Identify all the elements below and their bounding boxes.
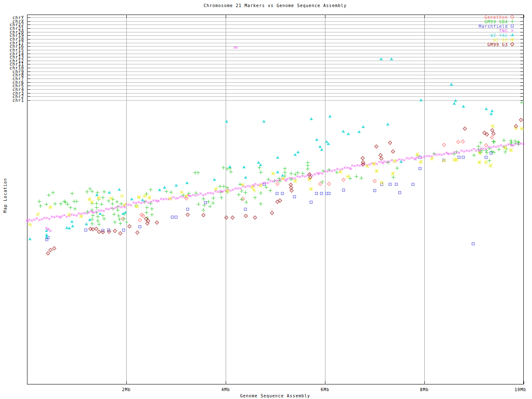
marker-gb4 bbox=[113, 220, 117, 224]
marker-wirh bbox=[49, 205, 52, 209]
y-tick-right bbox=[520, 50, 523, 50]
y-tick-right bbox=[520, 32, 523, 32]
marker-wiyac bbox=[318, 145, 322, 148]
marker-wiyac bbox=[315, 138, 318, 141]
marker-wirh bbox=[120, 194, 124, 198]
marker-wirh bbox=[137, 195, 141, 199]
y-tick-right bbox=[520, 93, 523, 94]
marker-gb4 bbox=[360, 176, 363, 180]
marker-wiyac bbox=[490, 109, 494, 112]
y-tick-left bbox=[27, 82, 30, 83]
marker-wirh bbox=[214, 187, 218, 191]
marker-gb4 bbox=[258, 166, 261, 170]
marker-gb4 bbox=[492, 140, 496, 144]
marker-wirh bbox=[293, 179, 297, 183]
marker-gb4 bbox=[102, 217, 106, 221]
marker-wiyac bbox=[88, 218, 91, 221]
marker-wirh bbox=[520, 127, 524, 131]
marker-gb4 bbox=[118, 217, 121, 221]
marker-marshfield bbox=[175, 216, 177, 219]
marker-wiyac bbox=[85, 222, 88, 225]
marker-wiyac bbox=[259, 163, 262, 166]
y-tick-left bbox=[27, 50, 30, 50]
marker-wirh bbox=[109, 197, 113, 200]
marker-gb4 bbox=[90, 222, 94, 226]
marker-wiyac bbox=[213, 178, 216, 181]
x-tick-bottom bbox=[325, 381, 325, 384]
marker-marshfield bbox=[138, 225, 141, 228]
marker-wirh bbox=[478, 160, 481, 164]
x-tick-label: 4Mb bbox=[221, 387, 230, 392]
marker-gb4 bbox=[165, 190, 168, 193]
marker-gb4 bbox=[395, 166, 399, 170]
marker-wiyac bbox=[163, 186, 166, 189]
marker-marshfield bbox=[281, 192, 284, 195]
marker-gb4 bbox=[145, 211, 148, 214]
legend-item-label-genethon: Genethon bbox=[453, 15, 508, 20]
marker-marshfield bbox=[490, 152, 493, 155]
marker-marshfield bbox=[485, 156, 488, 159]
chr-gridline bbox=[27, 46, 524, 47]
marker-wiyac bbox=[293, 153, 297, 156]
marker-wirh bbox=[79, 214, 83, 218]
y-tick-left bbox=[27, 100, 30, 101]
marker-wiyac bbox=[242, 165, 246, 168]
marker-wiyac bbox=[450, 83, 453, 86]
marker-gb4 bbox=[90, 190, 94, 193]
marker-marshfield bbox=[310, 201, 313, 204]
chr-gridline bbox=[27, 71, 524, 72]
chr-gridline bbox=[27, 79, 524, 79]
marker-gb4 bbox=[392, 175, 395, 179]
marker-wirh bbox=[185, 194, 188, 198]
y-tick-left bbox=[27, 86, 30, 86]
marker-marshfield bbox=[84, 229, 87, 232]
marker-marshfield bbox=[462, 156, 465, 159]
marker-wirh bbox=[455, 158, 458, 162]
marker-marshfield bbox=[122, 229, 125, 232]
marker-gb4 bbox=[259, 170, 263, 174]
marker-marshfield bbox=[342, 189, 345, 192]
x-tick-top bbox=[126, 15, 127, 18]
y-tick-right bbox=[520, 68, 523, 68]
marker-gb4 bbox=[101, 196, 105, 200]
marker-wirh bbox=[252, 188, 256, 192]
chr-gridline bbox=[27, 32, 524, 32]
marker-gb4 bbox=[118, 222, 122, 225]
marker-gb4 bbox=[97, 222, 101, 226]
marker-wiyac bbox=[386, 123, 389, 126]
legend-item-label-gb4: GM99 GB4 bbox=[453, 20, 508, 24]
marker-marshfield bbox=[398, 191, 401, 194]
marker-gb4 bbox=[145, 206, 149, 209]
marker-wirh bbox=[509, 148, 513, 152]
marker-wiyac bbox=[490, 112, 493, 115]
marker-gb4 bbox=[95, 202, 99, 205]
y-tick-right bbox=[520, 86, 523, 86]
marker-gb4 bbox=[207, 200, 210, 204]
marker-wiyac bbox=[71, 224, 74, 227]
marker-wiyac bbox=[45, 235, 48, 238]
marker-gb4 bbox=[283, 167, 287, 170]
y-tick-right bbox=[520, 25, 523, 25]
marker-gb4 bbox=[492, 150, 496, 154]
y-tick-left bbox=[27, 46, 30, 47]
x-gridline bbox=[325, 15, 325, 384]
marker-wirh bbox=[393, 159, 397, 163]
marker-marshfield bbox=[186, 208, 189, 211]
marker-gb4 bbox=[485, 151, 489, 155]
marker-wirh bbox=[259, 184, 263, 187]
chr-gridline bbox=[27, 61, 524, 61]
chr-axis-label: chr1 bbox=[1, 98, 24, 103]
chr-gridline bbox=[27, 35, 524, 36]
marker-wiyac bbox=[485, 107, 488, 110]
marker-marshfield bbox=[320, 192, 323, 195]
marker-gb4 bbox=[479, 141, 483, 145]
x-gridline bbox=[424, 15, 425, 384]
marker-wiyac bbox=[379, 57, 383, 60]
y-tick-left bbox=[27, 32, 30, 32]
marker-wiyac bbox=[454, 99, 457, 102]
marker-wiyac bbox=[462, 105, 465, 108]
marker-wiyac bbox=[225, 120, 228, 123]
x-tick-label: 2Mb bbox=[122, 387, 131, 392]
marker-gb4 bbox=[70, 192, 74, 195]
y-tick-left bbox=[27, 68, 30, 68]
